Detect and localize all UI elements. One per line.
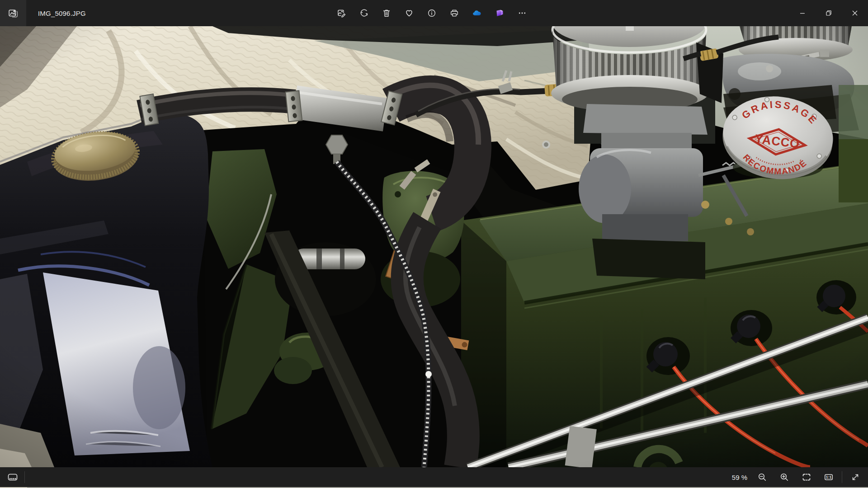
edit-image-button[interactable] — [332, 4, 350, 22]
filmstrip-icon — [7, 472, 18, 483]
fit-to-window-button[interactable] — [797, 468, 816, 486]
favorite-button[interactable] — [400, 4, 418, 22]
rotate-icon — [359, 8, 369, 18]
edit-image-icon — [336, 8, 346, 18]
delete-button[interactable] — [377, 4, 396, 22]
vignette — [0, 26, 868, 467]
clipchamp-icon — [494, 8, 505, 19]
more-icon — [517, 8, 527, 18]
favorite-icon — [404, 8, 414, 18]
more-button[interactable] — [513, 4, 531, 22]
photos-app-icon — [8, 8, 19, 19]
statusbar-separator — [24, 471, 25, 483]
close-button[interactable] — [842, 0, 868, 26]
zoom-percentage: 59 % — [732, 474, 747, 481]
onedrive-button[interactable] — [468, 4, 486, 22]
statusbar-separator-2 — [842, 471, 842, 483]
actual-size-label: 1:1 — [826, 475, 832, 479]
titlebar: IMG_5096.JPG — [0, 0, 868, 26]
onedrive-icon — [472, 8, 482, 19]
window-controls — [789, 0, 868, 26]
zoom-out-icon — [757, 472, 767, 482]
engine-photo: GRAISSAGE YACCO RECOMMANDÉ — [0, 26, 868, 467]
actual-size-button[interactable]: 1:1 — [820, 468, 838, 486]
actual-size-icon: 1:1 — [824, 472, 834, 482]
print-icon — [449, 8, 459, 18]
info-icon — [427, 8, 437, 18]
filmstrip-toggle-button[interactable] — [4, 468, 22, 486]
fit-to-window-icon — [802, 472, 811, 482]
zoom-in-icon — [779, 472, 789, 482]
delete-icon — [382, 8, 392, 18]
rotate-button[interactable] — [355, 4, 373, 22]
restore-button[interactable] — [816, 0, 842, 26]
close-icon — [850, 9, 859, 18]
clipchamp-button[interactable] — [491, 4, 509, 22]
fullscreen-icon — [850, 472, 860, 482]
zoom-out-button[interactable] — [753, 468, 771, 486]
zoom-in-button[interactable] — [775, 468, 793, 486]
photo-viewport[interactable]: GRAISSAGE YACCO RECOMMANDÉ — [0, 26, 868, 467]
window-title: IMG_5096.JPG — [38, 9, 86, 17]
toolbar — [332, 0, 531, 26]
info-button[interactable] — [423, 4, 441, 22]
restore-icon — [824, 9, 833, 18]
minimize-button[interactable] — [789, 0, 816, 26]
photos-app-button[interactable] — [0, 0, 26, 26]
print-button[interactable] — [445, 4, 463, 22]
fullscreen-button[interactable] — [846, 468, 864, 486]
minimize-icon — [798, 9, 807, 18]
statusbar: 59 % 1:1 — [0, 467, 868, 487]
